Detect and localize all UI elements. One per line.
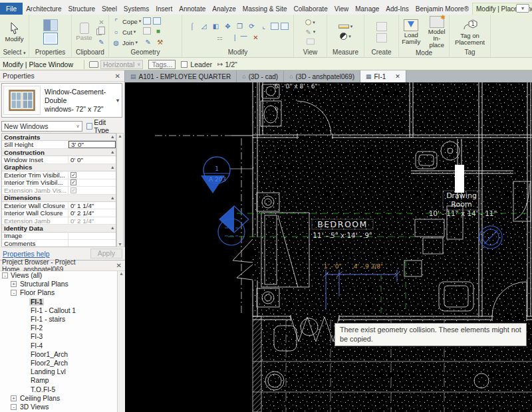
beam-joins-icon[interactable]: [153, 17, 161, 25]
prop-row-interior-trim-visibil[interactable]: Interior Trim Visibil...✓: [2, 179, 116, 187]
tree-item-3d-views[interactable]: -3D Views: [0, 403, 117, 411]
ribbon-tab-structure[interactable]: Structure: [65, 3, 98, 15]
tree-item-fi-2[interactable]: FI-2: [0, 324, 117, 332]
tree-item-structural-plans[interactable]: +Structural Plans: [0, 280, 117, 288]
tag-on-placement-button[interactable]: 1 Tag on Placement: [452, 19, 488, 46]
measure-icon[interactable]: [338, 25, 349, 29]
prop-value[interactable]: 0' 0": [68, 156, 116, 163]
scroll-down-icon[interactable]: ▼: [118, 242, 122, 247]
prop-row-sill-height[interactable]: Sill Height3' 0": [2, 141, 116, 148]
prop-section-dimensions[interactable]: Dimensions▴: [2, 195, 116, 202]
move-icon[interactable]: ✥: [223, 22, 233, 31]
prop-section-identity-data[interactable]: Identity Data▴: [2, 225, 116, 232]
type-selector[interactable]: Window-Casement-Double windows- 72" x 72…: [1, 83, 122, 118]
ceiling-fan-symbol[interactable]: [479, 226, 502, 249]
ribbon-tab-manage[interactable]: Manage: [352, 3, 382, 15]
scroll-up-icon[interactable]: ▲: [119, 271, 124, 276]
modify-button[interactable]: Modify: [2, 22, 27, 43]
ribbon-tab-analyze[interactable]: Analyze: [209, 3, 239, 15]
prop-value[interactable]: [68, 233, 116, 239]
collapse-icon[interactable]: ▴: [111, 150, 114, 155]
chevron-down-icon[interactable]: ▾: [114, 97, 122, 104]
tree-item-fi-1[interactable]: FI-1: [0, 298, 117, 306]
temp-dim-large[interactable]: 4' - 9 3/8": [354, 263, 383, 270]
close-icon[interactable]: ✕: [114, 72, 122, 80]
ribbon-display-toggle-icon[interactable]: ▾: [516, 4, 529, 13]
tree-item-ramp[interactable]: Ramp: [0, 376, 117, 385]
tree-item-floor1-arch[interactable]: Floor1_Arch: [0, 350, 117, 359]
ribbon-tab-view[interactable]: View: [331, 3, 352, 15]
ribbon-tab-benjamin-moore[interactable]: Benjamin Moore®: [412, 3, 472, 15]
prop-value[interactable]: 0' 2 1/4": [68, 209, 116, 216]
collapse-icon[interactable]: -: [2, 272, 8, 278]
copy-to-clipboard-icon[interactable]: [96, 29, 102, 35]
create-group-icon[interactable]: [376, 22, 387, 31]
drawing-area[interactable]: 1 A 203 1' - 0" 4' - 9 3/8" 6' - 0" x 8'…: [125, 82, 532, 412]
match-type-icon[interactable]: ✎: [96, 37, 106, 47]
offset-icon[interactable]: ◿: [199, 22, 209, 31]
prop-row-exterior-wall-closure[interactable]: Exterior Wall Closure0' 1 1/4": [2, 202, 116, 209]
panel-select-label[interactable]: Select ▾: [0, 48, 29, 57]
collapse-icon[interactable]: ▴: [111, 165, 114, 170]
scale-icon[interactable]: [281, 23, 289, 30]
reveal-hidden-icon[interactable]: [305, 19, 311, 25]
hammer-icon[interactable]: ⚒: [155, 38, 165, 47]
project-browser-scrollbar[interactable]: ▲: [117, 271, 125, 412]
tree-item-ceiling-plans[interactable]: +Ceiling Plans: [0, 394, 117, 403]
model-inplace-button[interactable]: ✱ Model In-place: [427, 16, 448, 49]
pin-icon[interactable]: ⚏: [215, 33, 225, 43]
tree-item-views-all[interactable]: -Views (all): [0, 271, 117, 280]
load-family-button[interactable]: Load Family: [401, 19, 422, 45]
properties-filter-select[interactable]: New Windows∨: [1, 121, 82, 132]
view-tab-a101-employee-quarter[interactable]: ▤A101 - EMPLOYEE QUARTER: [125, 70, 237, 82]
prop-row-interior-wall-closure[interactable]: Interior Wall Closure0' 2 1/4": [2, 209, 116, 217]
cut-profile-icon[interactable]: [307, 39, 315, 45]
tree-item-fi-4[interactable]: FI-4: [0, 342, 117, 350]
prop-value[interactable]: ✓: [68, 187, 116, 193]
trim-icon[interactable]: ⌞: [259, 22, 269, 31]
prop-row-extension-jamb[interactable]: Extension Jamb0' 2 1/4": [2, 217, 116, 225]
scroll-up-icon[interactable]: ▲: [118, 134, 122, 138]
prop-value[interactable]: ✓: [68, 179, 116, 186]
ribbon-tab-annotate[interactable]: Annotate: [176, 3, 209, 15]
join-button[interactable]: ◍Join▾: [111, 38, 141, 48]
prop-value[interactable]: [68, 240, 116, 247]
tree-item-fi-1-stairs[interactable]: FI-1 - stairs: [0, 315, 117, 324]
prop-row-extension-jamb-vis[interactable]: Extension Jamb Vis...✓: [2, 187, 116, 194]
collapse-icon[interactable]: -: [11, 404, 17, 410]
drawing-room-label-line1[interactable]: Drawing: [446, 191, 477, 200]
paint-icon[interactable]: ■: [153, 27, 163, 36]
orientation-select[interactable]: Horizontal∨: [100, 60, 143, 69]
prop-row-exterior-trim-visibil[interactable]: Exterior Trim Visibil...✓: [2, 171, 116, 179]
prop-row-window-inset[interactable]: Window Inset0' 0": [2, 156, 116, 163]
leader-checkbox[interactable]: [181, 61, 188, 68]
prop-value[interactable]: 0' 2 1/4": [68, 217, 116, 224]
prop-row-image[interactable]: Image: [2, 233, 116, 240]
drawing-room-label-line2[interactable]: Room: [451, 200, 471, 209]
view-tab-3d-cad[interactable]: ⌂(3D - cad): [237, 70, 284, 82]
tree-item-fi-3[interactable]: FI-3: [0, 332, 117, 341]
ribbon-tab-add-ins[interactable]: Add-Ins: [382, 3, 412, 15]
ribbon-tab-systems[interactable]: Systems: [120, 3, 152, 15]
split-face-icon[interactable]: [143, 27, 151, 35]
leader-offset-value[interactable]: 1/2": [225, 60, 237, 68]
expand-icon[interactable]: +: [11, 281, 17, 287]
apply-button[interactable]: Apply: [90, 249, 122, 258]
wall-joins-icon[interactable]: [143, 17, 151, 25]
tree-item-floor2-arch[interactable]: Floor2_Arch: [0, 359, 117, 367]
rotate-icon[interactable]: ⟳: [247, 22, 257, 31]
ribbon-tab-insert[interactable]: Insert: [152, 3, 176, 15]
collapse-icon[interactable]: ▴: [111, 134, 114, 140]
prop-value[interactable]: 0' 1 1/4": [68, 202, 116, 209]
collapse-icon[interactable]: ▴: [111, 225, 114, 231]
bedroom-label[interactable]: BEDROOM: [317, 219, 368, 229]
tree-item-landing-lvl[interactable]: Landing Lvl: [0, 367, 117, 376]
paste-button[interactable]: Paste: [74, 23, 94, 41]
mirror-axis-icon[interactable]: ◧: [211, 22, 221, 31]
panel-properties-label[interactable]: Properties: [29, 48, 71, 57]
tree-item-fi-1-callout-1[interactable]: FI-1 - Callout 1: [0, 306, 117, 315]
properties-scrollbar[interactable]: ▲▼: [116, 133, 124, 247]
prop-value[interactable]: ✓: [68, 171, 116, 178]
tree-item-t-o-fi-5[interactable]: T.O.FI-5: [0, 385, 117, 393]
close-icon[interactable]: ✕: [395, 73, 400, 80]
